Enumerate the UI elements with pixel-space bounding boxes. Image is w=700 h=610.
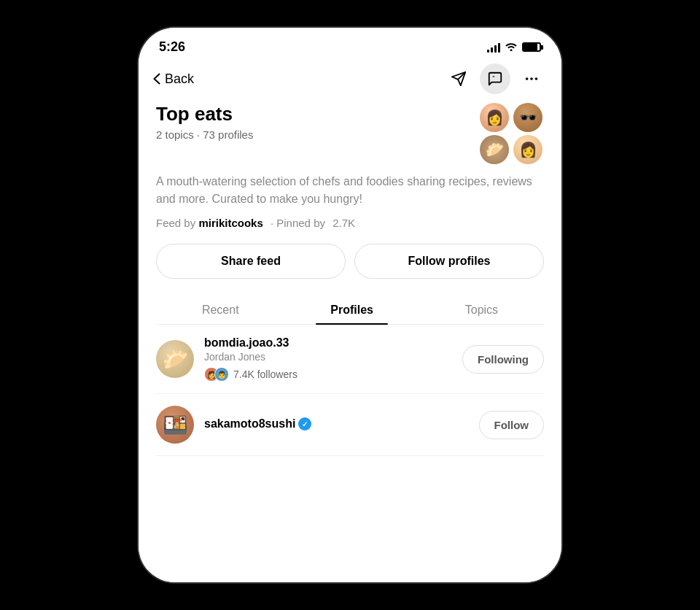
- profile-avatar-emoji-1: 🥟: [163, 347, 188, 371]
- phone-screen: 5:26: [139, 28, 561, 582]
- feed-header: Top eats 2 topics · 73 profiles 👩 🕶️ 🥟 👩: [156, 103, 544, 164]
- svg-point-2: [530, 77, 533, 80]
- avatar-3: 🥟: [480, 135, 509, 164]
- follower-avatars: 👩 👨: [204, 367, 229, 382]
- avatar-1: 👩: [480, 103, 509, 132]
- status-time: 5:26: [159, 39, 185, 55]
- profile-handle-2[interactable]: sakamoto8sushi ✓: [204, 417, 479, 431]
- send-button[interactable]: [443, 63, 474, 94]
- tab-recent[interactable]: Recent: [187, 296, 254, 324]
- svg-text:": ": [492, 75, 494, 80]
- status-bar: 5:26: [139, 28, 561, 61]
- feed-meta: 2 topics · 73 profiles: [156, 128, 480, 141]
- profile-item: 🥟 bomdia.joao.33 Jordan Jones 👩 👨 7.4K f…: [156, 325, 544, 394]
- tab-profiles[interactable]: Profiles: [316, 296, 388, 324]
- tabs: Recent Profiles Topics: [156, 296, 544, 325]
- comment-button[interactable]: ": [480, 63, 510, 94]
- profile-handle-text-2: sakamoto8sushi: [204, 417, 295, 431]
- profile-avatar-emoji-2: 🍱: [163, 413, 188, 437]
- tab-recent-label: Recent: [202, 304, 239, 316]
- profile-item-2: 🍱 sakamoto8sushi ✓ Follow: [156, 394, 544, 456]
- wifi-icon: [505, 41, 518, 53]
- verified-badge: ✓: [298, 417, 311, 431]
- dot-separator: · Pinned by: [268, 217, 328, 229]
- avatar-4: 👩: [513, 135, 542, 164]
- feed-title: Top eats: [156, 103, 480, 126]
- profile-avatar-2: 🍱: [156, 406, 194, 444]
- profile-followers-1: 👩 👨 7.4K followers: [204, 367, 462, 382]
- profile-avatar-1: 🥟: [156, 340, 194, 378]
- signal-icon: [487, 42, 500, 53]
- feed-attribution: Feed by mirikitcooks · Pinned by 2.7K: [156, 217, 544, 229]
- follow-button-2[interactable]: Follow: [479, 411, 545, 439]
- feed-by-handle[interactable]: mirikitcooks: [198, 217, 262, 229]
- avatar-grid: 👩 🕶️ 🥟 👩: [480, 103, 544, 164]
- nav-bar: Back ": [139, 61, 561, 103]
- feed-info: Top eats 2 topics · 73 profiles: [156, 103, 480, 141]
- profile-handle-1[interactable]: bomdia.joao.33: [204, 336, 462, 350]
- feed-by-prefix: Feed by: [156, 217, 198, 229]
- back-label: Back: [165, 72, 194, 87]
- follow-profiles-button[interactable]: Follow profiles: [354, 244, 544, 279]
- back-button[interactable]: Back: [153, 72, 194, 87]
- svg-point-1: [526, 77, 529, 80]
- tab-profiles-label: Profiles: [330, 304, 373, 316]
- pinned-count: 2.7K: [332, 217, 355, 229]
- tab-topics-label: Topics: [465, 304, 498, 316]
- share-feed-button[interactable]: Share feed: [156, 244, 346, 279]
- more-button[interactable]: [516, 63, 547, 94]
- nav-actions: ": [443, 63, 547, 94]
- follower-mini-avatar-2: 👨: [214, 367, 229, 382]
- profile-name-1: Jordan Jones: [204, 351, 462, 363]
- phone-frame: 5:26: [139, 28, 561, 582]
- profile-list: 🥟 bomdia.joao.33 Jordan Jones 👩 👨 7.4K f…: [139, 325, 561, 456]
- feed-description: A mouth-watering selection of chefs and …: [156, 173, 544, 208]
- tab-topics[interactable]: Topics: [451, 296, 513, 324]
- status-icons: [487, 41, 541, 53]
- follower-count-1: 7.4K followers: [233, 368, 298, 380]
- svg-point-3: [535, 77, 538, 80]
- profile-handle-text-1: bomdia.joao.33: [204, 336, 289, 350]
- profile-details-1: bomdia.joao.33 Jordan Jones 👩 👨 7.4K fol…: [204, 336, 462, 382]
- following-button-1[interactable]: Following: [462, 345, 544, 374]
- avatar-2: 🕶️: [513, 103, 542, 132]
- profile-details-2: sakamoto8sushi ✓: [204, 417, 479, 432]
- battery-icon: [522, 42, 541, 52]
- feed-content: Top eats 2 topics · 73 profiles 👩 🕶️ 🥟 👩: [139, 103, 561, 325]
- action-buttons: Share feed Follow profiles: [156, 244, 544, 279]
